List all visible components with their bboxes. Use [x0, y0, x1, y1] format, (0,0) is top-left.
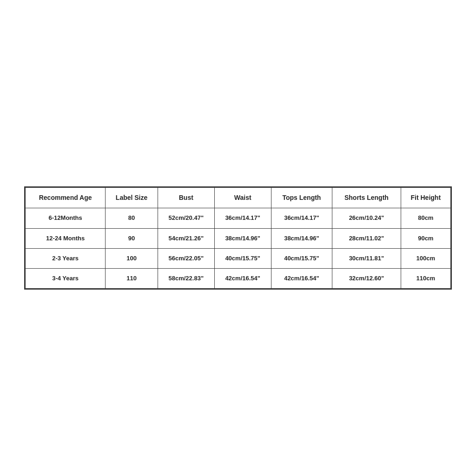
cell-waist: 42cm/16.54" [214, 268, 271, 288]
cell-shorts_length: 28cm/11.02" [332, 228, 401, 248]
cell-fit_height: 110cm [401, 268, 450, 288]
table-row: 2-3 Years10056cm/22.05"40cm/15.75"40cm/1… [26, 248, 451, 268]
table-row: 3-4 Years11058cm/22.83"42cm/16.54"42cm/1… [26, 268, 451, 288]
cell-shorts_length: 30cm/11.81" [332, 248, 401, 268]
table-row: 6-12Months8052cm/20.47"36cm/14.17"36cm/1… [26, 208, 451, 228]
size-chart-container: Recommend Age Label Size Bust Waist Tops… [24, 186, 452, 290]
header-recommend-age: Recommend Age [26, 187, 106, 208]
cell-tops_length: 36cm/14.17" [271, 208, 332, 228]
cell-age: 12-24 Months [26, 228, 106, 248]
cell-fit_height: 80cm [401, 208, 450, 228]
cell-tops_length: 42cm/16.54" [271, 268, 332, 288]
cell-shorts_length: 26cm/10.24" [332, 208, 401, 228]
header-bust: Bust [158, 187, 214, 208]
header-tops-length: Tops Length [271, 187, 332, 208]
header-fit-height: Fit Height [401, 187, 450, 208]
cell-bust: 56cm/22.05" [158, 248, 214, 268]
cell-label_size: 80 [106, 208, 158, 228]
cell-age: 3-4 Years [26, 268, 106, 288]
cell-label_size: 90 [106, 228, 158, 248]
cell-waist: 38cm/14.96" [214, 228, 271, 248]
cell-bust: 58cm/22.83" [158, 268, 214, 288]
cell-tops_length: 40cm/15.75" [271, 248, 332, 268]
cell-label_size: 110 [106, 268, 158, 288]
cell-tops_length: 38cm/14.96" [271, 228, 332, 248]
header-label-size: Label Size [106, 187, 158, 208]
cell-fit_height: 90cm [401, 228, 450, 248]
cell-fit_height: 100cm [401, 248, 450, 268]
cell-shorts_length: 32cm/12.60" [332, 268, 401, 288]
cell-bust: 52cm/20.47" [158, 208, 214, 228]
table-row: 12-24 Months9054cm/21.26"38cm/14.96"38cm… [26, 228, 451, 248]
cell-waist: 36cm/14.17" [214, 208, 271, 228]
cell-age: 2-3 Years [26, 248, 106, 268]
size-chart-table: Recommend Age Label Size Bust Waist Tops… [25, 187, 451, 289]
header-waist: Waist [214, 187, 271, 208]
cell-waist: 40cm/15.75" [214, 248, 271, 268]
cell-label_size: 100 [106, 248, 158, 268]
cell-age: 6-12Months [26, 208, 106, 228]
cell-bust: 54cm/21.26" [158, 228, 214, 248]
table-header-row: Recommend Age Label Size Bust Waist Tops… [26, 187, 451, 208]
header-shorts-length: Shorts Length [332, 187, 401, 208]
